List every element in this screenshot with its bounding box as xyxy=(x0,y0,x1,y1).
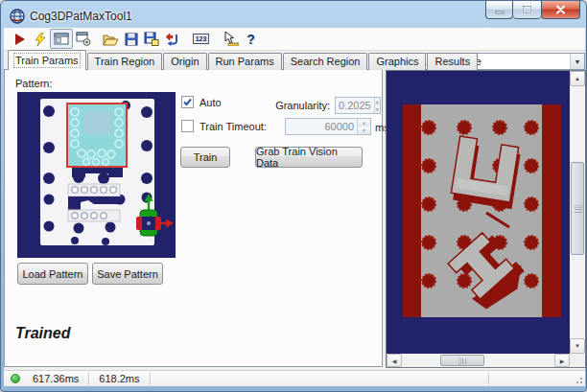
granularity-spinner[interactable]: 0.2025 ▲ ▼ xyxy=(335,97,381,114)
tool-time: 617.36ms xyxy=(27,373,84,384)
reset-icon[interactable] xyxy=(161,29,181,49)
window-title: Cog3DPatMaxTool1 xyxy=(30,10,132,23)
pattern-label: Pattern: xyxy=(15,78,53,89)
granularity-value: 0.2025 xyxy=(336,98,374,113)
horizontal-scrollbar[interactable]: ◀ ▶ xyxy=(387,354,570,367)
close-button[interactable] xyxy=(541,1,580,19)
status-separator xyxy=(488,373,489,385)
load-pattern-button[interactable]: Load Pattern xyxy=(17,263,88,285)
train-params-page: Pattern: xyxy=(4,69,383,367)
auto-checkbox[interactable]: Auto xyxy=(181,96,222,108)
tab-results[interactable]: Results xyxy=(427,53,478,70)
status-separator xyxy=(88,373,89,385)
maximize-button[interactable] xyxy=(513,1,541,19)
tab-graphics[interactable]: Graphics xyxy=(368,53,426,70)
chevron-down-icon[interactable]: ▼ xyxy=(570,54,584,69)
app-icon xyxy=(10,9,25,24)
show-values-icon[interactable]: 123 xyxy=(191,29,211,49)
train-button[interactable]: Train xyxy=(180,147,230,168)
granularity-label: Granularity: xyxy=(261,100,330,111)
save-pattern-button[interactable]: Save Pattern xyxy=(92,263,163,285)
minimize-button[interactable] xyxy=(485,1,513,19)
train-timeout-checkbox-box[interactable] xyxy=(181,120,194,132)
caption-buttons xyxy=(485,1,580,19)
pointer-measure-icon[interactable] xyxy=(221,29,241,49)
timeout-value: 60000 xyxy=(286,119,357,134)
tab-strip: Train Params Train Region Origin Run Par… xyxy=(8,52,479,70)
status-bar: 617.36ms 618.2ms xyxy=(4,370,585,386)
auto-checkbox-box[interactable] xyxy=(181,96,194,108)
scroll-down-icon[interactable]: ▼ xyxy=(570,338,585,354)
pattern-preview xyxy=(17,92,176,258)
train-timeout-label: Train Timeout: xyxy=(200,121,267,132)
image-panel: ▲ ▼ ◀ ▶ xyxy=(386,70,586,368)
total-time: 618.2ms xyxy=(93,373,145,384)
auto-label: Auto xyxy=(200,97,222,108)
show-image-pane-icon[interactable] xyxy=(50,29,73,49)
app-window: Cog3DPatMaxTool1 xyxy=(0,0,587,392)
electric-run-icon[interactable] xyxy=(30,29,50,49)
resize-grip-icon[interactable] xyxy=(574,375,583,384)
timeout-up-icon[interactable]: ▲ xyxy=(358,119,370,127)
run-icon[interactable] xyxy=(10,29,30,49)
vertical-scroll-thumb[interactable] xyxy=(571,162,584,255)
tab-run-params[interactable]: Run Params xyxy=(208,53,282,70)
scroll-right-icon[interactable]: ▶ xyxy=(554,354,570,367)
run-status-indicator xyxy=(11,374,20,383)
open-file-icon[interactable] xyxy=(101,29,121,49)
trained-status-text: Trained xyxy=(15,325,71,342)
tab-origin[interactable]: Origin xyxy=(163,53,206,70)
float-pane-icon[interactable] xyxy=(73,29,93,49)
save-file-icon[interactable] xyxy=(121,29,141,49)
scroll-left-icon[interactable]: ◀ xyxy=(387,354,402,367)
granularity-up-icon[interactable]: ▲ xyxy=(375,98,380,105)
status-separator xyxy=(150,373,151,385)
tab-train-params[interactable]: Train Params xyxy=(8,50,86,70)
help-icon[interactable]: ? xyxy=(241,29,261,49)
timeout-down-icon[interactable]: ▼ xyxy=(358,127,370,134)
input-image-display[interactable] xyxy=(387,71,570,354)
save-as-icon[interactable] xyxy=(141,29,161,49)
vertical-scrollbar[interactable]: ▲ ▼ xyxy=(570,71,585,354)
tab-train-region[interactable]: Train Region xyxy=(87,53,163,70)
toolbar: 123 ? xyxy=(4,28,585,51)
grab-train-vision-data-button[interactable]: Grab Train Vision Data xyxy=(255,147,363,168)
tab-search-region[interactable]: Search Region xyxy=(283,53,368,70)
timeout-spinner[interactable]: 60000 ▲ ▼ xyxy=(285,118,371,135)
titlebar[interactable]: Cog3DPatMaxTool1 xyxy=(4,4,585,28)
granularity-down-icon[interactable]: ▼ xyxy=(375,105,380,113)
horizontal-scroll-thumb[interactable] xyxy=(440,355,484,366)
train-timeout-checkbox[interactable]: Train Timeout: xyxy=(181,120,267,132)
scroll-up-icon[interactable]: ▲ xyxy=(570,71,585,86)
